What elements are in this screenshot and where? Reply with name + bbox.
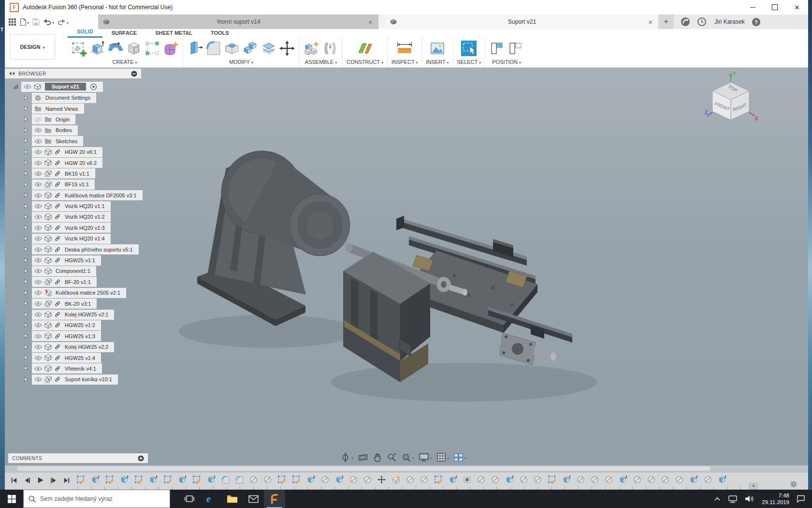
browser-item[interactable]: Vozík HQ20 v1:2 <box>5 211 141 222</box>
browser-item[interactable]: HGW25 v1:2 <box>5 320 141 330</box>
expand-triangle-icon[interactable] <box>23 344 29 350</box>
timeline-extrude-feature-icon[interactable] <box>718 475 726 484</box>
visibility-eye-icon[interactable] <box>34 355 42 361</box>
r-capture-icon[interactable] <box>489 40 506 57</box>
browser-item-label[interactable]: Sketches <box>54 138 77 144</box>
browser-item[interactable]: HGW25 v1:4 <box>5 352 141 363</box>
browser-root-component[interactable]: Suport v21 <box>5 81 141 92</box>
browser-item-label[interactable]: HGW25 v1:2 <box>63 322 95 328</box>
browser-item-label[interactable]: Component1:1 <box>54 268 90 274</box>
expand-triangle-icon[interactable] <box>23 224 29 231</box>
timeline-component-feature-icon[interactable] <box>392 475 400 484</box>
timeline-joint-feature-icon[interactable] <box>577 476 585 484</box>
timeline-extrude-feature-icon[interactable] <box>120 475 129 484</box>
timeline-sketch-feature-icon[interactable] <box>292 475 301 484</box>
expand-triangle-icon[interactable] <box>23 300 29 307</box>
timeline-joint-feature-icon[interactable] <box>249 476 258 484</box>
visibility-eye-icon[interactable] <box>34 290 42 296</box>
expand-triangle-icon[interactable] <box>23 376 29 383</box>
minimize-button[interactable] <box>741 0 764 15</box>
file-explorer-taskbar-button[interactable] <box>221 490 243 508</box>
browser-item-label[interactable]: HGW25 v1:3 <box>63 333 95 339</box>
expand-triangle-icon[interactable] <box>23 333 29 339</box>
visibility-eye-icon[interactable] <box>34 312 42 317</box>
expand-triangle-icon[interactable] <box>23 160 29 166</box>
browser-item-label[interactable]: Suport koníka v10:1 <box>63 376 112 382</box>
timeline-sketch-feature-icon[interactable] <box>277 475 286 484</box>
timeline-extrude-feature-icon[interactable] <box>619 475 627 484</box>
timeline-zoom-plus-button[interactable]: + <box>749 483 758 490</box>
timeline-extrude-feature-icon[interactable] <box>449 475 457 484</box>
visibility-eye-icon[interactable] <box>34 214 42 220</box>
browser-item[interactable]: Kuličková matice 2505 v2:1 <box>5 287 141 298</box>
expand-triangle-icon[interactable] <box>23 257 29 264</box>
r-offset-icon[interactable] <box>261 40 277 57</box>
expand-comments-icon[interactable] <box>138 455 144 462</box>
timeline-joint-feature-icon[interactable] <box>661 476 669 484</box>
ribbon-group-label[interactable]: MODIFY <box>229 59 253 65</box>
browser-item[interactable]: Vřeteník v4:1 <box>5 363 141 374</box>
browser-item-label[interactable]: HGW 20 v6:2 <box>63 160 97 166</box>
browser-item-label[interactable]: BK15 v1:1 <box>63 171 89 177</box>
browser-item[interactable]: BF-20 v1:1 <box>5 277 141 287</box>
expand-triangle-icon[interactable] <box>23 322 29 329</box>
timeline-sketch-feature-icon[interactable] <box>434 475 443 484</box>
collapse-all-icon[interactable] <box>131 71 137 77</box>
r-plane-icon[interactable] <box>357 40 373 57</box>
pan-tool[interactable] <box>373 452 382 463</box>
expand-triangle-icon[interactable] <box>23 236 29 242</box>
expand-triangle-icon[interactable] <box>23 105 29 112</box>
visibility-eye-icon[interactable] <box>34 344 42 350</box>
visibility-eye-icon[interactable] <box>34 247 42 253</box>
timeline-extrude-feature-icon[interactable] <box>689 475 698 484</box>
expand-triangle-icon[interactable] <box>23 246 29 253</box>
timeline-sketch-feature-icon[interactable] <box>76 475 85 484</box>
visibility-eye-icon[interactable] <box>34 268 42 274</box>
collapse-panel-icon[interactable] <box>9 71 15 76</box>
timeline-joint-feature-icon[interactable] <box>263 476 272 484</box>
visibility-eye-icon[interactable] <box>34 149 42 155</box>
timeline-sketch-feature-icon[interactable] <box>105 475 114 484</box>
ribbon-group-label[interactable]: POSITION <box>492 59 521 65</box>
timeline-joint-feature-icon[interactable] <box>406 476 414 484</box>
expand-triangle-icon[interactable] <box>23 355 29 361</box>
browser-item-label[interactable]: Vozík HQ20 v1:4 <box>63 236 105 241</box>
r-fillet-icon[interactable] <box>205 40 222 57</box>
timeline-sketch-feature-icon[interactable] <box>163 475 172 484</box>
ribbon-tab-tools[interactable]: TOOLS <box>202 30 238 38</box>
browser-item[interactable]: BK15 v1:1 <box>5 168 141 179</box>
file-menu-button[interactable] <box>19 17 29 26</box>
visibility-eye-icon[interactable] <box>34 257 42 263</box>
timeline-joint-feature-icon[interactable] <box>704 476 712 484</box>
browser-item[interactable]: BK-20 v3:1 <box>5 298 141 309</box>
close-tab-icon[interactable]: × <box>367 18 374 26</box>
timeline-settings-gear-icon[interactable] <box>790 480 798 488</box>
visibility-eye-icon[interactable] <box>34 376 42 382</box>
browser-item-label[interactable]: Kuličková matice DF2005 v3:1 <box>63 193 137 198</box>
browser-item[interactable]: Named Views <box>5 103 141 114</box>
browser-item-label[interactable]: BK-20 v3:1 <box>63 301 91 307</box>
undo-button[interactable] <box>43 17 54 26</box>
browser-item-label[interactable]: BF15 v1:1 <box>63 181 89 187</box>
root-component-label[interactable]: Suport v21 <box>45 83 86 90</box>
timeline-joint-feature-icon[interactable] <box>591 476 599 484</box>
timeline-joint-feature-icon[interactable] <box>605 476 613 484</box>
expand-triangle-icon[interactable] <box>13 84 19 90</box>
browser-item-label[interactable]: Vozík HQ20 v1:1 <box>63 203 105 209</box>
expand-triangle-icon[interactable] <box>23 95 29 101</box>
taskbar-clock[interactable]: 7:48 29.11.2019 <box>762 492 789 506</box>
step-forward-button[interactable] <box>50 477 57 484</box>
mail-taskbar-button[interactable] <box>243 490 264 508</box>
r-combine-icon[interactable] <box>242 40 259 57</box>
maximize-button[interactable] <box>764 0 786 15</box>
ribbon-tab-sheet-metal[interactable]: SHEET METAL <box>146 30 202 38</box>
r-measure-icon[interactable] <box>396 40 413 57</box>
visibility-eye-icon[interactable] <box>34 203 42 209</box>
browser-item[interactable]: Bodies <box>5 125 141 135</box>
browser-item[interactable]: HGW 20 v6:2 <box>5 157 141 168</box>
start-button[interactable] <box>0 490 23 508</box>
browser-item-label[interactable]: Bodies <box>54 127 72 133</box>
timeline-sketch-feature-icon[interactable] <box>548 475 556 484</box>
r-move-icon[interactable] <box>279 40 295 57</box>
grid-display-tool[interactable] <box>436 452 449 462</box>
